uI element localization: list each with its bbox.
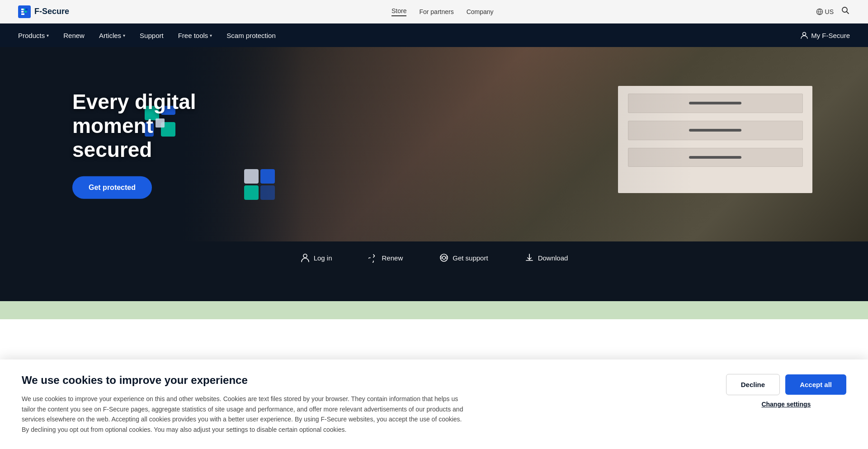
svg-rect-3 xyxy=(24,11,27,13)
user-icon xyxy=(300,253,310,263)
nav-products[interactable]: Products ▾ xyxy=(18,32,49,39)
hero-brand-mark-2 xyxy=(244,169,277,202)
hero-content: Every digital moment secured Get protect… xyxy=(72,90,196,199)
svg-point-16 xyxy=(303,254,307,258)
search-button[interactable] xyxy=(841,6,850,17)
main-nav-right: My F-Secure xyxy=(800,31,850,39)
svg-point-18 xyxy=(443,256,446,260)
quick-link-renew[interactable]: Renew xyxy=(368,253,403,263)
hero-section: Every digital moment secured Get protect… xyxy=(0,47,868,241)
support-icon xyxy=(439,253,449,263)
nav-company[interactable]: Company xyxy=(467,8,494,15)
nav-free-tools[interactable]: Free tools ▾ xyxy=(178,32,212,39)
chevron-down-icon: ▾ xyxy=(123,33,125,38)
svg-point-6 xyxy=(803,33,806,36)
svg-rect-12 xyxy=(244,169,259,184)
quick-link-download[interactable]: Download xyxy=(524,253,568,263)
svg-rect-2 xyxy=(25,9,28,10)
nav-articles[interactable]: Articles ▾ xyxy=(99,32,125,39)
hero-title: Every digital moment secured xyxy=(72,90,196,162)
quick-link-support[interactable]: Get support xyxy=(439,253,488,263)
globe-icon xyxy=(816,8,823,15)
quick-links-bar: Log in Renew Get support Download xyxy=(0,241,868,274)
top-nav: Store For partners Company xyxy=(392,7,494,16)
svg-point-17 xyxy=(440,254,448,261)
renew-icon xyxy=(368,253,378,263)
region-selector[interactable]: US xyxy=(816,8,834,15)
svg-rect-13 xyxy=(260,169,275,184)
svg-rect-14 xyxy=(244,185,259,200)
region-label: US xyxy=(825,8,834,15)
chevron-down-icon: ▾ xyxy=(47,33,49,38)
main-nav: Products ▾ Renew Articles ▾ Support Free… xyxy=(0,24,868,47)
svg-rect-1 xyxy=(24,9,25,10)
user-account-icon xyxy=(800,31,808,39)
svg-rect-15 xyxy=(260,185,275,200)
brand-name: F-Secure xyxy=(34,7,69,16)
top-bar: F-Secure Store For partners Company US xyxy=(0,0,868,24)
my-fsecure-button[interactable]: My F-Secure xyxy=(800,31,850,39)
nav-partners[interactable]: For partners xyxy=(419,8,453,15)
main-nav-left: Products ▾ Renew Articles ▾ Support Free… xyxy=(18,32,276,39)
logo[interactable]: F-Secure xyxy=(18,5,69,18)
download-icon xyxy=(524,253,534,263)
get-protected-button[interactable]: Get protected xyxy=(72,176,152,199)
below-hero-section xyxy=(0,274,868,319)
nav-renew[interactable]: Renew xyxy=(63,32,85,39)
chevron-down-icon: ▾ xyxy=(210,33,212,38)
nav-support[interactable]: Support xyxy=(140,32,164,39)
svg-point-5 xyxy=(842,7,847,12)
fsecure-logo-icon xyxy=(18,5,31,18)
nav-store[interactable]: Store xyxy=(392,7,406,16)
quick-link-login[interactable]: Log in xyxy=(300,253,332,263)
nav-scam-protection[interactable]: Scam protection xyxy=(226,32,275,39)
search-icon xyxy=(841,6,850,15)
top-nav-right: US xyxy=(816,6,850,17)
